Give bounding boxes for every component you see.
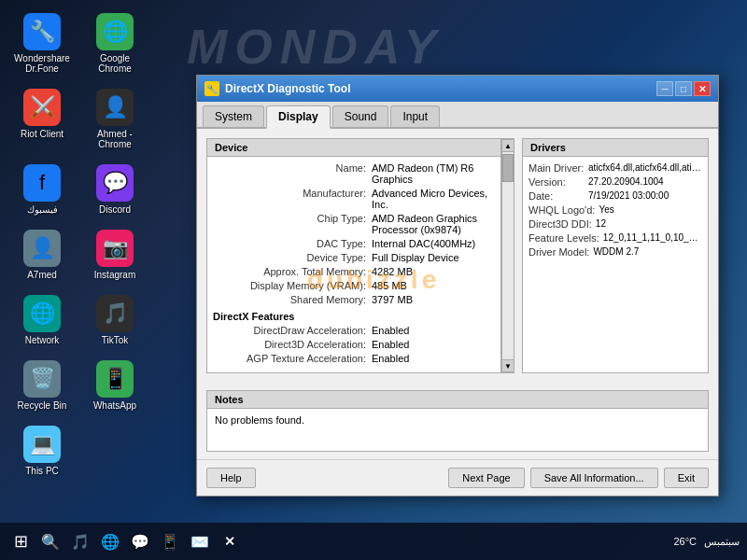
instagram-icon: 📷 bbox=[96, 230, 134, 267]
desktop-icon-facebook[interactable]: f فيسبوك bbox=[9, 161, 75, 218]
device-vram-row: Display Memory (VRAM): 485 MB bbox=[213, 280, 495, 291]
device-type-row: Device Type: Full Display Device bbox=[213, 252, 495, 263]
device-name-value: AMD Radeon (TM) R6 Graphics bbox=[372, 162, 495, 185]
taskbar-chrome-icon[interactable]: 🌐 bbox=[97, 528, 123, 554]
scroll-up-button[interactable]: ▲ bbox=[501, 139, 514, 152]
desktop-icon-wondershare[interactable]: 🔧 Wondershare Dr.Fone bbox=[9, 9, 75, 77]
desktop-icon-riot[interactable]: ⚔️ Riot Client bbox=[9, 85, 75, 153]
device-name-label: Name: bbox=[213, 162, 372, 185]
direct3d-row: Direct3D Acceleration: Enabled bbox=[213, 339, 495, 350]
driver-d3d-ddi-row: Direct3D DDI: 12 bbox=[529, 218, 702, 230]
direct3d-label: Direct3D Acceleration: bbox=[213, 339, 372, 350]
tab-sound[interactable]: Sound bbox=[332, 105, 389, 127]
tab-input[interactable]: Input bbox=[390, 105, 440, 127]
driver-whql-value: Yes bbox=[599, 204, 702, 216]
a7med-icon: 👤 bbox=[23, 230, 61, 267]
dx-tabs: System Display Sound Input bbox=[197, 102, 718, 129]
driver-feature-levels-value: 12_0,11_1,11_0,10_1,10_0,9_3,9_2,9 bbox=[603, 232, 702, 244]
desktop-icon-a7med[interactable]: 👤 A7med bbox=[9, 226, 75, 284]
agp-value: Enabled bbox=[372, 353, 495, 364]
dx-drivers-panel-content: Main Driver: aticfx64.dll,aticfx64.dll,a… bbox=[523, 157, 708, 266]
riot-icon: ⚔️ bbox=[23, 89, 61, 126]
this-pc-label: This PC bbox=[25, 466, 59, 476]
taskbar-start-icon[interactable]: ⊞ bbox=[7, 528, 34, 554]
exit-button[interactable]: Exit bbox=[664, 468, 709, 488]
dx-device-panel-title: Device bbox=[207, 139, 500, 157]
dx-device-panel: Device Name: AMD Radeon (TM) R6 Graphics… bbox=[206, 138, 501, 373]
help-button[interactable]: Help bbox=[206, 468, 256, 488]
desktop-icon-whatsapp[interactable]: 📱 WhatsApp bbox=[82, 357, 148, 414]
desktop-icon-ahmed-chrome[interactable]: 👤 Ahmed - Chrome bbox=[82, 85, 148, 153]
network-label: Network bbox=[25, 335, 60, 345]
dx-titlebar: 🔧 DirectX Diagnostic Tool ─ □ ✕ bbox=[197, 76, 718, 102]
device-manufacturer-value: Advanced Micro Devices, Inc. bbox=[372, 188, 495, 210]
device-vram-value: 485 MB bbox=[372, 280, 495, 291]
dx-scrollbar[interactable]: ▲ ▼ bbox=[501, 138, 514, 373]
driver-model-label: Driver Model: bbox=[529, 246, 589, 258]
scroll-down-button[interactable]: ▼ bbox=[501, 359, 514, 372]
taskbar-right: 26°C سبتمبس bbox=[673, 536, 740, 548]
directx-features-title: DirectX Features bbox=[213, 311, 495, 322]
driver-version-row: Version: 27.20.20904.1004 bbox=[529, 176, 702, 188]
device-manufacturer-label: Manufacturer: bbox=[213, 188, 372, 210]
taskbar-mail-icon[interactable]: ✉️ bbox=[187, 528, 213, 554]
discord-icon: 💬 bbox=[96, 164, 134, 202]
device-shared-mem-label: Shared Memory: bbox=[213, 294, 372, 305]
driver-main-value: aticfx64.dll,aticfx64.dll,aticfx64.dll,a… bbox=[588, 162, 702, 174]
desktop-icon-instagram[interactable]: 📷 Instagram bbox=[82, 226, 148, 284]
agp-label: AGP Texture Acceleration: bbox=[213, 353, 372, 364]
whatsapp-icon: 📱 bbox=[96, 360, 134, 398]
dx-drivers-panel-title: Drivers bbox=[523, 139, 708, 157]
desktop-icon-recycle-bin[interactable]: 🗑️ Recycle Bin bbox=[9, 357, 75, 414]
taskbar-whatsapp-icon[interactable]: 📱 bbox=[157, 528, 183, 554]
network-icon: 🌐 bbox=[23, 295, 61, 332]
driver-whql-label: WHQL Logo'd: bbox=[529, 204, 595, 216]
next-page-button[interactable]: Next Page bbox=[448, 468, 524, 488]
driver-main-label: Main Driver: bbox=[529, 162, 585, 174]
device-shared-mem-value: 3797 MB bbox=[372, 294, 495, 305]
desktop-icon-network[interactable]: 🌐 Network bbox=[9, 291, 75, 349]
taskbar-search-icon[interactable]: 🔍 bbox=[37, 528, 63, 554]
recycle-bin-icon: 🗑️ bbox=[23, 360, 61, 398]
taskbar-label: سبتمبس bbox=[704, 536, 740, 548]
device-shared-mem-row: Shared Memory: 3797 MB bbox=[213, 294, 495, 305]
dx-notes-content: No problems found. bbox=[207, 409, 708, 451]
minimize-button[interactable]: ─ bbox=[656, 81, 673, 96]
maximize-button[interactable]: □ bbox=[675, 81, 692, 96]
taskbar-tiktok-icon[interactable]: 🎵 bbox=[67, 528, 93, 554]
desktop-icon-tiktok[interactable]: 🎵 TikTok bbox=[82, 291, 148, 349]
whatsapp-label: WhatsApp bbox=[93, 400, 136, 411]
driver-version-value: 27.20.20904.1004 bbox=[588, 176, 702, 188]
device-total-mem-value: 4282 MB bbox=[372, 266, 495, 277]
recycle-bin-label: Recycle Bin bbox=[18, 400, 67, 411]
scroll-track bbox=[502, 152, 514, 359]
dx-window-icon: 🔧 bbox=[204, 81, 219, 96]
driver-model-value: WDDM 2.7 bbox=[593, 246, 702, 258]
taskbar-discord-icon[interactable]: 💬 bbox=[127, 528, 153, 554]
agp-row: AGP Texture Acceleration: Enabled bbox=[213, 353, 495, 364]
close-button[interactable]: ✕ bbox=[694, 81, 711, 96]
tab-display[interactable]: Display bbox=[266, 105, 331, 129]
driver-model-row: Driver Model: WDDM 2.7 bbox=[529, 246, 702, 258]
tab-system[interactable]: System bbox=[203, 105, 264, 127]
scroll-thumb[interactable] bbox=[502, 154, 514, 182]
desktop-icon-this-pc[interactable]: 💻 This PC bbox=[9, 422, 75, 480]
device-type-label: Device Type: bbox=[213, 252, 372, 263]
dx-titlebar-title-group: 🔧 DirectX Diagnostic Tool bbox=[204, 81, 350, 96]
driver-date-label: Date: bbox=[529, 190, 585, 202]
facebook-icon: f bbox=[23, 164, 61, 202]
driver-date-row: Date: 7/19/2021 03:00:00 bbox=[529, 190, 702, 202]
desktop-icon-chrome[interactable]: 🌐 Google Chrome bbox=[82, 9, 148, 77]
tiktok-label: TikTok bbox=[102, 335, 129, 345]
desktop-icon-grid: 🔧 Wondershare Dr.Fone 🌐 Google Chrome ⚔️… bbox=[9, 9, 148, 480]
chrome-label: Google Chrome bbox=[86, 53, 144, 74]
dx-footer-right-buttons: Next Page Save All Information... Exit bbox=[448, 468, 709, 488]
driver-main-row: Main Driver: aticfx64.dll,aticfx64.dll,a… bbox=[529, 162, 702, 174]
device-dac-value: Internal DAC(400MHz) bbox=[372, 238, 495, 249]
save-all-button[interactable]: Save All Information... bbox=[530, 468, 658, 488]
taskbar-x-icon[interactable]: ✕ bbox=[217, 528, 243, 554]
desktop-icon-discord[interactable]: 💬 Discord bbox=[82, 161, 148, 218]
driver-d3d-ddi-label: Direct3D DDI: bbox=[529, 218, 592, 230]
a7med-label: A7med bbox=[27, 270, 57, 280]
device-vram-label: Display Memory (VRAM): bbox=[213, 280, 372, 291]
